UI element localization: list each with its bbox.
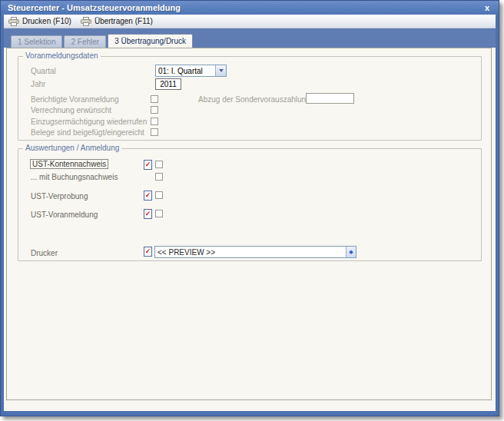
close-icon[interactable]: x bbox=[483, 4, 491, 12]
ust-verprobung-label: UST-Verprobung bbox=[31, 192, 88, 201]
ust-voranmeldung-print-icon[interactable]: ✓ bbox=[144, 209, 152, 219]
ust-voranmeldung-checkbox[interactable] bbox=[155, 210, 163, 217]
window-title: Steuercenter - Umsatzsteuervoranmeldung bbox=[8, 3, 181, 12]
drucker-label: Drucker bbox=[31, 249, 58, 257]
berichtigte-voranmeldung-label: Berichtigte Voranmeldung bbox=[31, 95, 119, 104]
quartal-combobox[interactable]: 01: I. Quartal bbox=[155, 65, 227, 77]
toolbar: Drucken (F10) Übertragen (F11) bbox=[4, 15, 496, 28]
drucker-spinner-button[interactable]: ◆ bbox=[346, 247, 356, 257]
jahr-label: Jahr bbox=[31, 80, 45, 88]
printer-icon bbox=[8, 17, 19, 26]
window-body: Voranmeldungsdaten Quartal 01: I. Quarta… bbox=[4, 48, 496, 411]
transfer-button[interactable]: Übertragen (F11) bbox=[81, 17, 153, 26]
tab-selektion[interactable]: 1 Selektion bbox=[11, 35, 62, 48]
ust-kontennachweis-checkbox[interactable] bbox=[155, 161, 163, 168]
ust-verprobung-print-icon[interactable]: ✓ bbox=[144, 191, 152, 201]
abzug-sondervorauszahlung-label: Abzug der Sondervorauszahlung bbox=[198, 95, 310, 104]
print-button[interactable]: Drucken (F10) bbox=[8, 17, 71, 26]
app-window: Steuercenter - Umsatzsteuervoranmeldung … bbox=[0, 0, 499, 416]
tab-fehler[interactable]: 2 Fehler bbox=[64, 35, 106, 48]
printer-transfer-icon bbox=[81, 17, 91, 26]
drucker-combobox[interactable]: << PREVIEW >> ◆ bbox=[154, 246, 356, 258]
ust-voranmeldung-label: UST-Voranmeldung bbox=[31, 210, 98, 219]
mit-buchungsnachweis-label: ... mit Buchungsnachweis bbox=[31, 173, 118, 181]
screen: Steuercenter - Umsatzsteuervoranmeldung … bbox=[0, 0, 504, 421]
group-voranmeldungsdaten-title: Voranmeldungsdaten bbox=[23, 51, 101, 60]
quartal-label: Quartal bbox=[31, 67, 56, 75]
transfer-button-label: Übertragen (F11) bbox=[94, 17, 153, 25]
tab-strip: 1 Selektion 2 Fehler 3 Übertragung/Druck bbox=[4, 28, 496, 48]
drucker-print-icon[interactable]: ✓ bbox=[144, 247, 152, 257]
titlebar[interactable]: Steuercenter - Umsatzsteuervoranmeldung … bbox=[4, 1, 496, 15]
tab-uebertragung-druck[interactable]: 3 Übertragung/Druck bbox=[108, 34, 193, 48]
group-voranmeldungsdaten: Voranmeldungsdaten Quartal 01: I. Quarta… bbox=[18, 56, 482, 141]
verrechnung-erwuenscht-label: Verrechnung erwünscht bbox=[31, 106, 111, 114]
einzugsermaechtigung-label: Einzugsermächtigung wiederrufen bbox=[31, 118, 147, 126]
ust-kontennachweis-label: UST-Kontennachweis bbox=[30, 159, 108, 169]
ust-verprobung-checkbox[interactable] bbox=[155, 191, 163, 199]
window-client-area: Drucken (F10) Übertragen (F11) 1 bbox=[4, 15, 496, 411]
belege-beigefuegt-label: Belege sind beigefügt/eingereicht bbox=[31, 128, 144, 137]
quartal-value: 01: I. Quartal bbox=[156, 65, 215, 76]
verrechnung-erwuenscht-checkbox[interactable] bbox=[151, 106, 158, 114]
jahr-input[interactable]: 2011 bbox=[155, 78, 181, 90]
tab-page-uebertragung-druck: Voranmeldungsdaten Quartal 01: I. Quarta… bbox=[6, 48, 492, 400]
mit-buchungsnachweis-checkbox[interactable] bbox=[155, 173, 163, 181]
group-auswertungen-title: Auswertungen / Anmeldung bbox=[23, 144, 121, 152]
ust-kontennachweis-print-icon[interactable]: ✓ bbox=[144, 160, 152, 170]
drucker-value: << PREVIEW >> bbox=[155, 247, 346, 257]
berichtigte-voranmeldung-checkbox[interactable] bbox=[151, 95, 158, 103]
print-button-label: Drucken (F10) bbox=[22, 17, 71, 25]
einzugsermaechtigung-checkbox[interactable] bbox=[151, 118, 158, 125]
belege-beigefuegt-checkbox[interactable] bbox=[151, 128, 158, 136]
chevron-down-icon bbox=[219, 69, 224, 72]
group-auswertungen-anmeldung: Auswertungen / Anmeldung UST-Kontennachw… bbox=[18, 148, 482, 261]
quartal-dropdown-button[interactable] bbox=[215, 65, 226, 76]
abzug-sondervorauszahlung-input[interactable] bbox=[306, 93, 354, 104]
